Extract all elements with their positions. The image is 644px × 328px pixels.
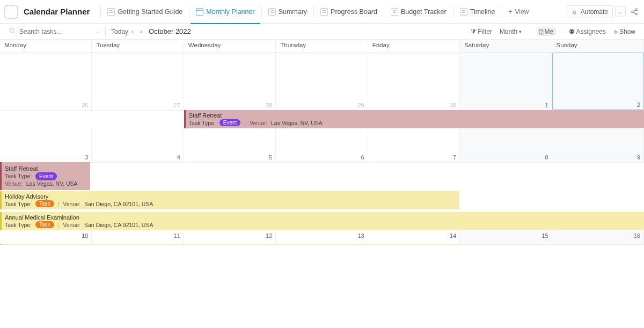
date-number: 3: [85, 154, 88, 161]
date-number: 13: [357, 232, 364, 239]
week-row: 10 11 12 13 14 15 16 Annual Medical Exam…: [0, 231, 644, 245]
search-icon: [9, 27, 15, 35]
date-number: 2: [637, 101, 640, 108]
day-cell[interactable]: 11: [92, 231, 184, 244]
filter-label: Filter: [478, 28, 492, 35]
automate-button[interactable]: ☼ Automate: [567, 5, 613, 18]
doc-icon: [107, 8, 115, 16]
month-select[interactable]: Month ▾: [500, 28, 522, 35]
task-type-label: Task Type:: [189, 120, 216, 126]
prev-month-button[interactable]: ‹: [128, 28, 137, 35]
day-cell[interactable]: 16: [552, 231, 644, 244]
day-cell[interactable]: 12: [184, 231, 276, 244]
tab-label: Summary: [279, 8, 307, 16]
day-cell[interactable]: 6: [276, 129, 368, 162]
event-title: Staff Retreat: [189, 112, 641, 119]
add-view-button[interactable]: + View: [503, 8, 535, 16]
today-button[interactable]: Today: [111, 28, 128, 35]
date-number: 9: [637, 154, 640, 161]
tab-label: Timeline: [470, 8, 495, 16]
day-cell[interactable]: 3: [0, 129, 92, 162]
date-number: 14: [450, 232, 456, 239]
day-cell[interactable]: 7: [368, 129, 460, 162]
day-cell[interactable]: 13: [276, 231, 368, 244]
venue-value: San Diego, CA 92101, USA: [84, 222, 153, 228]
date-number: 28: [266, 102, 272, 108]
tab-timeline[interactable]: Timeline: [455, 0, 501, 24]
date-number: 4: [177, 154, 180, 161]
day-cell[interactable]: 28: [184, 53, 276, 110]
svg-line-6: [13, 32, 14, 33]
day-header-row: Monday Tuesday Wednesday Thursday Friday…: [0, 40, 644, 53]
tab-summary[interactable]: Summary: [263, 0, 312, 24]
filter-button[interactable]: ⧩ Filter: [471, 28, 492, 35]
event-title: Holiday Advisory: [5, 193, 456, 200]
doc-icon: [268, 8, 276, 16]
task-type-label: Task Type:: [5, 222, 32, 228]
tab-progress-board[interactable]: Progress Board: [315, 0, 383, 24]
week-row: 3 4 5 6 7 8 9 Staff Retreat Task Type: E…: [0, 129, 644, 163]
share-icon: [631, 8, 638, 16]
day-cell[interactable]: 29: [276, 53, 368, 110]
day-header: Monday: [0, 40, 92, 53]
task-type-pill: Task: [35, 200, 54, 207]
calendar-icon: [196, 8, 203, 16]
tab-budget-tracker[interactable]: Budget Tracker: [385, 0, 452, 24]
assignees-button[interactable]: ⚉ Assignees: [569, 28, 606, 35]
date-number: 8: [545, 154, 548, 161]
day-cell[interactable]: 15: [460, 231, 552, 244]
day-cell-today[interactable]: 2: [552, 53, 644, 110]
event-title: Annual Medical Examination: [5, 214, 641, 221]
add-view-label: View: [515, 8, 529, 16]
venue-label: Venue:: [5, 180, 23, 187]
day-header: Saturday: [460, 40, 552, 53]
event-medical-exam-2[interactable]: Annual Medical Examination Task Type: Ta…: [0, 244, 459, 245]
svg-point-5: [10, 28, 13, 32]
event-staff-retreat-cont[interactable]: Staff Retreat Task Type: Event | Venue: …: [0, 162, 90, 190]
day-header: Friday: [368, 40, 460, 53]
day-cell[interactable]: 27: [92, 53, 184, 110]
svg-point-2: [635, 13, 638, 15]
event-medical-exam[interactable]: Annual Medical Examination Task Type: Ta…: [0, 212, 644, 230]
show-button[interactable]: ⟡ Show: [613, 28, 635, 35]
current-month: October 2022: [149, 27, 191, 35]
month-select-label: Month: [500, 28, 517, 35]
venue-label: Venue:: [63, 222, 80, 228]
automate-chevron[interactable]: ⌵: [615, 6, 626, 17]
share-button[interactable]: [629, 6, 640, 17]
event-holiday-advisory[interactable]: Holiday Advisory Task Type: Task | Venue…: [0, 191, 459, 209]
day-cell[interactable]: 30: [368, 53, 460, 110]
date-number: 1: [545, 102, 548, 108]
date-number: 26: [82, 102, 88, 108]
automate-label: Automate: [581, 8, 608, 16]
day-cell[interactable]: 1: [460, 53, 552, 110]
search-wrap: ⌵: [9, 27, 100, 36]
day-cell[interactable]: 5: [184, 129, 276, 162]
day-cell[interactable]: 9: [552, 129, 644, 162]
day-cell[interactable]: 14: [368, 231, 460, 244]
me-filter[interactable]: ⍰ Me: [537, 27, 557, 36]
search-input[interactable]: [18, 27, 93, 36]
venue-value: Las Vegas, NV, USA: [271, 120, 323, 126]
gear-icon: ⟡: [613, 28, 618, 35]
tab-getting-started[interactable]: Getting Started Guide: [102, 0, 188, 24]
day-cell[interactable]: 8: [460, 129, 552, 162]
tab-monthly-planner[interactable]: Monthly Planner: [191, 0, 260, 24]
app-icon[interactable]: [4, 5, 18, 19]
date-number: 27: [174, 102, 180, 108]
svg-point-1: [632, 11, 634, 13]
day-cell[interactable]: 4: [92, 129, 184, 162]
day-header: Tuesday: [92, 40, 184, 53]
next-month-button[interactable]: ›: [137, 28, 145, 35]
date-number: 30: [450, 102, 456, 108]
plus-icon: +: [509, 8, 513, 16]
day-cell[interactable]: 10: [0, 231, 92, 244]
svg-line-3: [633, 10, 635, 11]
event-staff-retreat[interactable]: Staff Retreat Task Type: Event | Venue: …: [184, 110, 644, 128]
date-number: 5: [269, 154, 272, 161]
chevron-down-icon[interactable]: ⌵: [97, 28, 100, 34]
event-title: Staff Retreat: [5, 165, 89, 172]
date-number: 12: [266, 232, 272, 239]
day-cell[interactable]: 26: [0, 53, 92, 110]
me-label: Me: [545, 28, 554, 35]
